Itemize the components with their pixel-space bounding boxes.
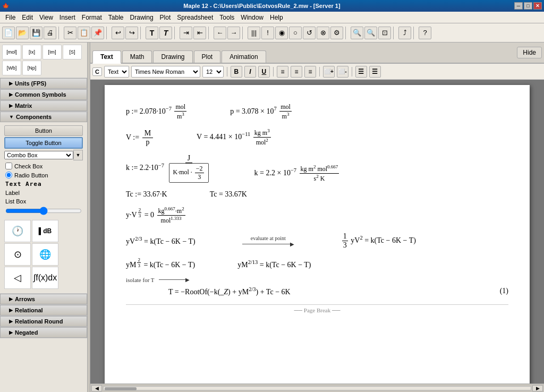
export-button[interactable]: ⤴ — [398, 27, 411, 39]
radio-button-input[interactable] — [5, 172, 12, 178]
button-component[interactable]: Button — [4, 125, 83, 136]
zoom-out-button[interactable]: 🔍 — [364, 27, 377, 39]
align-left-button[interactable]: ≡ — [277, 66, 288, 78]
relational-round-header[interactable]: ▶ Relational Round — [0, 316, 87, 327]
combo-dropdown-btn[interactable]: ▼ — [73, 150, 83, 160]
palette-arrow[interactable]: ◁ — [4, 267, 31, 289]
style-select[interactable]: Text — [104, 66, 129, 78]
circle2-button[interactable]: ○ — [289, 27, 302, 39]
minimize-button[interactable]: ─ — [514, 2, 523, 10]
palette-clock[interactable]: 🕐 — [4, 220, 31, 242]
align-right-button[interactable]: ≡ — [304, 66, 316, 78]
italic-button[interactable]: I — [244, 66, 256, 78]
numbering-button[interactable]: ☰ — [369, 66, 381, 78]
sym-ix[interactable]: [Ix] — [22, 45, 41, 59]
sym-mol[interactable]: [mol] — [2, 45, 21, 59]
palette-globe[interactable]: 🌐 — [32, 243, 58, 266]
text-mode-button[interactable]: T — [146, 27, 158, 39]
gear-button[interactable]: ⚙ — [330, 27, 343, 39]
palette-integral[interactable]: ∫f(x)dx — [32, 267, 58, 289]
zoom-in-button[interactable]: 🔍 — [351, 27, 363, 39]
excl-button[interactable]: ! — [261, 27, 274, 39]
circle-button[interactable]: ◉ — [275, 27, 288, 39]
restore-button[interactable]: □ — [524, 2, 532, 10]
sym-np[interactable]: [Np] — [22, 61, 41, 75]
menu-drawing[interactable]: Drawing — [127, 13, 157, 22]
menu-tools[interactable]: Tools — [216, 13, 237, 22]
slider-component[interactable] — [2, 206, 85, 218]
hscroll-track[interactable] — [103, 386, 531, 390]
menu-file[interactable]: File — [2, 13, 19, 22]
palette-dial[interactable]: ⊙ — [4, 243, 31, 266]
isolate-label: isolate for T — [126, 277, 155, 283]
check-box-input[interactable] — [5, 163, 12, 169]
scroll-right-btn[interactable]: ▶ — [532, 385, 543, 391]
print-button[interactable]: 🖨 — [44, 27, 56, 39]
tab-animation[interactable]: Animation — [222, 50, 266, 63]
menu-format[interactable]: Format — [79, 13, 105, 22]
menu-insert[interactable]: Insert — [56, 13, 79, 22]
radio-button-component[interactable]: Radio Button — [2, 171, 85, 180]
sym-im[interactable]: [Im] — [42, 45, 62, 59]
menu-plot[interactable]: Plot — [157, 13, 174, 22]
menu-window[interactable]: Window — [237, 13, 267, 22]
menu-help[interactable]: Help — [267, 13, 286, 22]
matrix-header[interactable]: ▶ Matrix — [0, 100, 87, 111]
menu-table[interactable]: Table — [105, 13, 127, 22]
bullet-button[interactable]: ☰ — [355, 66, 367, 78]
menu-edit[interactable]: Edit — [19, 13, 36, 22]
combo-select[interactable]: Combo Box — [4, 151, 73, 159]
sym-wb[interactable]: [Wb] — [2, 61, 21, 75]
palette-bar[interactable]: ▌dB — [32, 220, 58, 242]
relational-header[interactable]: ▶ Relational — [0, 305, 87, 316]
font-select[interactable]: Times New Roman — [131, 66, 200, 78]
combo-box-component[interactable]: Combo Box ▼ — [4, 150, 83, 160]
slider-input[interactable] — [5, 207, 82, 215]
menu-view[interactable]: View — [36, 13, 56, 22]
help-button[interactable]: ? — [419, 27, 431, 39]
new-button[interactable]: 📄 — [2, 27, 15, 39]
copy-button[interactable]: 📋 — [78, 27, 90, 39]
left-arrow-button[interactable]: ← — [214, 27, 226, 39]
align-center-button[interactable]: ≡ — [291, 66, 302, 78]
open-button[interactable]: 📂 — [16, 27, 29, 39]
check-box-component[interactable]: Check Box — [2, 161, 85, 171]
hide-button[interactable]: Hide — [517, 47, 542, 58]
refresh-button[interactable]: ↺ — [303, 27, 316, 39]
document-page[interactable]: p := 2.078·10−7 molm3 p = 3.078 × 107 mo… — [90, 80, 544, 384]
tab-drawing[interactable]: Drawing — [153, 50, 192, 63]
negated-header[interactable]: ▶ Negated — [0, 327, 87, 338]
bar1-button[interactable]: ||| — [248, 27, 260, 39]
bold-button[interactable]: B — [231, 66, 242, 78]
stop-button[interactable]: ⊗ — [317, 27, 329, 39]
eq-p: p := 2.078·10−7 molm3 p = 3.078 × 107 mo… — [126, 103, 508, 121]
arrows-header[interactable]: ▶ Arrows — [0, 294, 87, 304]
tab-text[interactable]: Text — [92, 50, 121, 64]
size-select[interactable]: 12 — [202, 66, 224, 78]
paste-button[interactable]: 📌 — [91, 27, 104, 39]
menu-spreadsheet[interactable]: Spreadsheet — [174, 13, 216, 22]
redo-button[interactable]: ↪ — [125, 27, 138, 39]
undo-button[interactable]: ↩ — [112, 27, 124, 39]
tab-plot[interactable]: Plot — [194, 50, 221, 63]
hscroll-thumb[interactable] — [105, 387, 137, 390]
outdent-button[interactable]: ⇤ — [193, 27, 206, 39]
indent-button[interactable]: ⇥ — [180, 27, 192, 39]
indent-more-button[interactable]: ⬜+ — [323, 66, 335, 78]
indent-less-button[interactable]: ⬜- — [337, 66, 348, 78]
cut-button[interactable]: ✂ — [64, 27, 76, 39]
scroll-left-btn[interactable]: ◀ — [91, 385, 102, 391]
tab-math[interactable]: Math — [122, 50, 152, 63]
zoom-fit-button[interactable]: ⊡ — [378, 27, 391, 39]
save-button[interactable]: 💾 — [30, 27, 42, 39]
horizontal-scrollbar[interactable]: ◀ ▶ — [90, 384, 544, 392]
math-mode-button[interactable]: T — [159, 27, 172, 39]
common-symbols-header[interactable]: ▶ Common Symbols — [0, 89, 87, 100]
right-arrow-button[interactable]: → — [227, 27, 240, 39]
sym-s[interactable]: [S] — [63, 45, 82, 59]
components-header[interactable]: ▼ Components — [0, 112, 87, 122]
close-button[interactable]: ✕ — [533, 2, 542, 10]
units-fps-header[interactable]: ▶ Units (FPS) — [0, 78, 87, 89]
toggle-button-component[interactable]: Toggle Button — [4, 137, 83, 149]
underline-button[interactable]: U — [258, 66, 270, 78]
